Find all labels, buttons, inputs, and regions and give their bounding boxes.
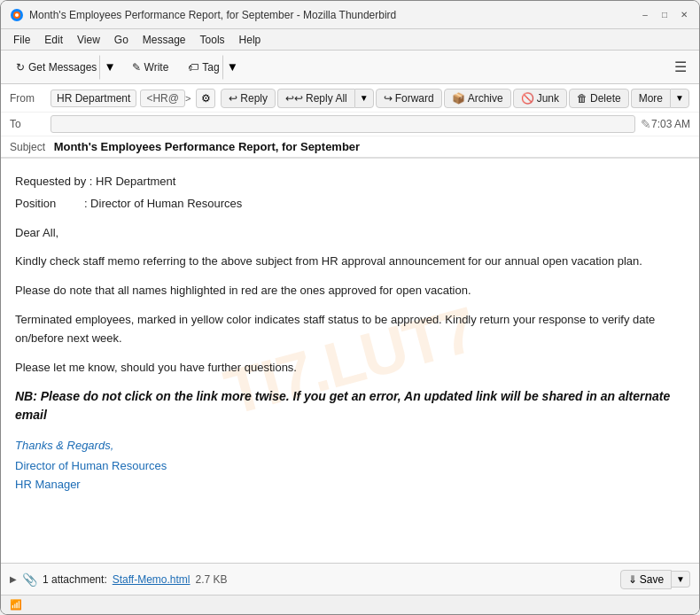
from-gear-button[interactable]: ⚙: [196, 89, 215, 108]
write-button[interactable]: ✎ Write: [124, 57, 177, 78]
subject-row: Subject Month's Employees Performance Re…: [1, 136, 699, 158]
requested-by-label: Requested by: [15, 175, 86, 188]
archive-label: Archive: [468, 92, 503, 105]
window-title: Month's Employees Performance Report, fo…: [29, 9, 639, 21]
from-email-end: >: [185, 93, 191, 104]
regards-text: Thanks & Regards,: [15, 439, 685, 452]
get-messages-group: ↻ Get Messages ▼: [8, 55, 121, 80]
para3: Terminated employees, marked in yellow c…: [15, 311, 685, 348]
forward-button[interactable]: ↪ Forward: [376, 89, 442, 108]
profile-icon[interactable]: ✎: [641, 117, 651, 131]
tag-icon: 🏷: [188, 61, 198, 74]
attachment-icon: 📎: [22, 572, 37, 587]
action-buttons: ↩ Reply ↩↩ Reply All ▼ ↪ Forward 📦 Arch: [221, 89, 689, 108]
get-messages-arrow[interactable]: ▼: [99, 55, 120, 80]
delete-icon: 🗑: [577, 92, 587, 105]
to-label: To: [10, 118, 45, 130]
requested-by-value: : HR Department: [89, 175, 176, 188]
from-email: <HR@: [140, 90, 185, 107]
requested-by-block: Requested by : HR Department Position : …: [15, 173, 685, 214]
position-value: : Director of Human Resources: [84, 197, 242, 210]
email-header: From HR Department <HR@ > ⚙ ↩ Reply ↩↩ R…: [1, 84, 699, 159]
menu-edit[interactable]: Edit: [37, 32, 70, 48]
status-bar: 📶: [1, 595, 699, 614]
body-content: Requested by : HR Department Position : …: [15, 173, 685, 491]
get-messages-label: Get Messages: [28, 61, 97, 74]
get-messages-button[interactable]: ↻ Get Messages: [8, 57, 99, 78]
to-value: [51, 115, 635, 133]
archive-icon: 📦: [452, 92, 465, 105]
tag-button[interactable]: 🏷 Tag: [180, 57, 222, 78]
tag-arrow[interactable]: ▼: [222, 55, 243, 80]
tag-label: Tag: [202, 61, 219, 74]
save-label: Save: [640, 573, 664, 586]
attachment-bar: ▶ 📎 1 attachment: Staff-Memo.html 2.7 KB…: [1, 563, 699, 595]
junk-label: Junk: [537, 92, 559, 105]
save-arrow[interactable]: ▼: [672, 571, 690, 588]
reply-icon: ↩: [229, 92, 237, 105]
close-button[interactable]: ✕: [678, 9, 690, 21]
status-icon: 📶: [10, 599, 22, 611]
svg-point-2: [15, 13, 19, 17]
para3-block: Terminated employees, marked in yellow c…: [15, 311, 685, 348]
from-name: HR Department: [51, 90, 136, 107]
main-window: Month's Employees Performance Report, fo…: [0, 0, 700, 615]
reply-all-icon: ↩↩: [285, 92, 303, 105]
get-messages-icon: ↻: [16, 61, 25, 74]
window-controls: – □ ✕: [639, 9, 690, 21]
forward-icon: ↪: [384, 92, 393, 105]
junk-icon: 🚫: [521, 92, 534, 105]
minimize-button[interactable]: –: [639, 9, 651, 21]
menu-help[interactable]: Help: [232, 32, 268, 48]
hamburger-menu[interactable]: ☰: [669, 55, 692, 79]
reply-label: Reply: [240, 92, 268, 105]
director-text: Director of Human Resources: [15, 459, 685, 472]
menu-view[interactable]: View: [70, 32, 107, 48]
write-icon: ✎: [132, 61, 141, 74]
to-row: To ✎ 7:03 AM: [1, 113, 699, 136]
attachment-name[interactable]: Staff-Memo.html: [113, 573, 191, 586]
greeting: Dear All,: [15, 224, 685, 243]
from-label: From: [10, 92, 45, 105]
save-button[interactable]: ⇓ Save: [620, 570, 672, 589]
archive-button[interactable]: 📦 Archive: [444, 89, 511, 108]
title-bar: Month's Employees Performance Report, fo…: [1, 1, 699, 29]
greeting-block: Dear All,: [15, 224, 685, 243]
menu-go[interactable]: Go: [107, 32, 136, 48]
delete-label: Delete: [590, 92, 621, 105]
from-row: From HR Department <HR@ > ⚙ ↩ Reply ↩↩ R…: [1, 84, 699, 113]
para2: Please do note that all names highlighte…: [15, 282, 685, 300]
more-group: More ▼: [631, 89, 689, 108]
reply-all-arrow[interactable]: ▼: [354, 89, 374, 108]
more-button[interactable]: More: [631, 89, 670, 108]
reply-all-label: Reply All: [306, 92, 347, 105]
toolbar: ↻ Get Messages ▼ ✎ Write 🏷 Tag ▼ ☰: [1, 51, 699, 84]
position-line: Position : Director of Human Resources: [15, 195, 685, 214]
app-icon: [10, 8, 24, 22]
write-label: Write: [144, 61, 169, 74]
more-arrow[interactable]: ▼: [670, 89, 689, 108]
tag-group: 🏷 Tag ▼: [180, 55, 243, 80]
menu-message[interactable]: Message: [136, 32, 193, 48]
attachment-count-label: 1 attachment:: [43, 573, 107, 586]
subject-value: Month's Employees Performance Report, fo…: [54, 140, 361, 153]
delete-button[interactable]: 🗑 Delete: [569, 89, 629, 108]
position-label: Position: [15, 197, 56, 210]
save-group: ⇓ Save ▼: [620, 570, 690, 589]
junk-button[interactable]: 🚫 Junk: [513, 89, 567, 108]
more-label: More: [639, 92, 663, 105]
maximize-button[interactable]: □: [658, 9, 671, 21]
para2-block: Please do note that all names highlighte…: [15, 282, 685, 300]
menu-tools[interactable]: Tools: [193, 32, 232, 48]
reply-button[interactable]: ↩ Reply: [221, 89, 276, 108]
para4: Please let me know, should you have furt…: [15, 359, 685, 378]
reply-all-button[interactable]: ↩↩ Reply All: [277, 89, 354, 108]
requested-by-line: Requested by : HR Department: [15, 173, 685, 191]
expand-arrow[interactable]: ▶: [10, 574, 17, 584]
para1: Kindly check staff memo referring to the…: [15, 253, 685, 271]
attachment-size: 2.7 KB: [196, 573, 228, 586]
forward-label: Forward: [395, 92, 434, 105]
menu-file[interactable]: File: [6, 32, 37, 48]
email-body: TI7.LUT7 Requested by : HR Department Po…: [1, 159, 699, 563]
para1-block: Kindly check staff memo referring to the…: [15, 253, 685, 271]
